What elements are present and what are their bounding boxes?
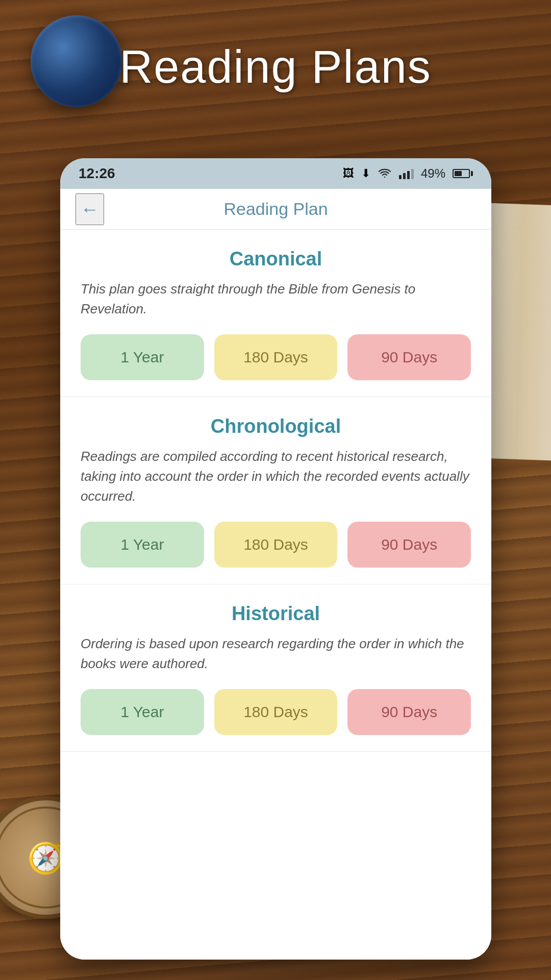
plan-section-chronological: ChronologicalReadings are compiled accor… [60,397,491,584]
battery-icon [453,169,473,178]
phone-frame: 12:26 🖼 ⬇ 49% [60,158,491,960]
plan-section-canonical: CanonicalThis plan goes straight through… [60,230,491,397]
app-header: ← Reading Plan [60,189,491,230]
status-icons: 🖼 ⬇ 49% [343,166,473,181]
plan-title-historical: Historical [81,603,471,625]
plan-buttons-historical: 1 Year180 Days90 Days [81,689,471,735]
plan-btn-chronological-pink[interactable]: 90 Days [347,522,471,568]
image-status-icon: 🖼 [343,167,354,180]
plan-btn-historical-yellow[interactable]: 180 Days [214,689,338,735]
header-title: Reading Plan [223,199,328,219]
plan-btn-historical-green[interactable]: 1 Year [81,689,204,735]
battery-text: 49% [421,166,445,181]
signal-icon [399,168,414,179]
plan-btn-canonical-pink[interactable]: 90 Days [347,334,471,380]
download-status-icon: ⬇ [361,167,370,180]
plan-btn-canonical-green[interactable]: 1 Year [81,334,204,380]
status-bar: 12:26 🖼 ⬇ 49% [60,158,491,189]
plan-btn-chronological-green[interactable]: 1 Year [81,522,204,568]
plan-btn-chronological-yellow[interactable]: 180 Days [214,522,338,568]
plan-title-canonical: Canonical [81,248,471,270]
plan-description-historical: Ordering is based upon research regardin… [81,634,471,674]
plan-section-historical: HistoricalOrdering is based upon researc… [60,584,491,752]
plan-description-chronological: Readings are compiled according to recen… [81,447,471,506]
plan-description-canonical: This plan goes straight through the Bibl… [81,279,471,319]
page-title-area: Reading Plans [0,41,551,93]
scroll-content[interactable]: CanonicalThis plan goes straight through… [60,230,491,960]
plan-btn-canonical-yellow[interactable]: 180 Days [214,334,338,380]
plan-buttons-canonical: 1 Year180 Days90 Days [81,334,471,380]
plan-buttons-chronological: 1 Year180 Days90 Days [81,522,471,568]
plan-title-chronological: Chronological [81,415,471,437]
status-time: 12:26 [79,165,115,182]
plan-btn-historical-pink[interactable]: 90 Days [347,689,471,735]
back-button[interactable]: ← [76,193,104,225]
wifi-icon [378,168,392,179]
page-title: Reading Plans [0,41,551,93]
